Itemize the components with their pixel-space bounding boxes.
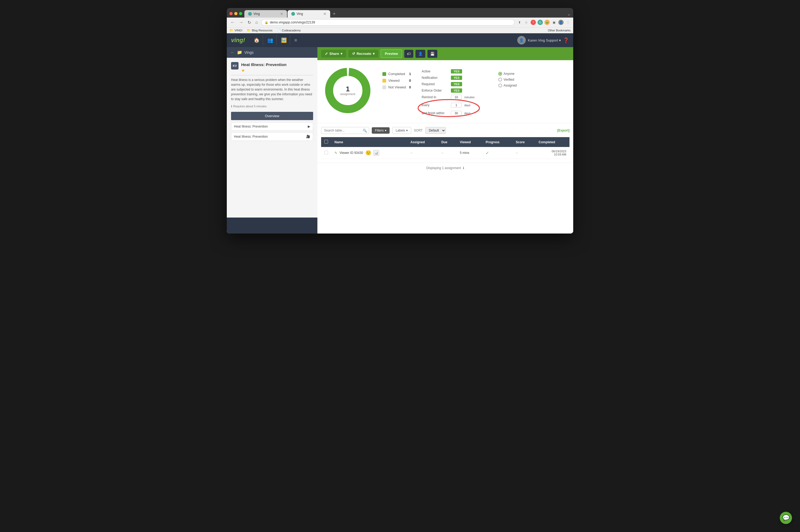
bookmark-codeacademy-icon: 📄 bbox=[277, 28, 281, 32]
donut-chart: 1 assignment bbox=[324, 66, 372, 114]
other-bookmarks[interactable]: Other Bookmarks bbox=[548, 29, 570, 32]
setting-enforce-order-label: Enforce Order bbox=[422, 89, 448, 92]
traffic-light-red bbox=[230, 12, 233, 15]
preview-button[interactable]: Preview bbox=[381, 49, 402, 58]
sidebar-item-1[interactable]: Heat Illness: Prevention ▶ bbox=[231, 122, 313, 131]
table-toolbar: 🔍 Filters ▾ Labels ▾ SORT bbox=[321, 127, 569, 134]
radio-assigned[interactable]: Assigned bbox=[498, 83, 567, 87]
bookmark-blog[interactable]: 📁 Blog Resources bbox=[247, 28, 273, 32]
row-emoji-icon: 🙂 bbox=[365, 150, 371, 156]
home-button[interactable]: ⌂ bbox=[254, 19, 259, 25]
new-tab-button[interactable]: + bbox=[331, 11, 338, 17]
browser-tab-2[interactable]: Ving ✕ bbox=[288, 10, 330, 18]
bookmark-codeacademy[interactable]: 📄 Codeacademy bbox=[277, 28, 301, 32]
traffic-light-green bbox=[239, 12, 242, 15]
radio-verified[interactable]: Verified bbox=[498, 78, 567, 81]
legend-viewed-label: Viewed bbox=[388, 79, 407, 82]
table-footer: Displaying 1 assignment ℹ bbox=[317, 163, 573, 173]
url-bar[interactable]: 🔒 demo.vingapp.com/vings/22139 bbox=[261, 19, 514, 25]
row-score-cell: -- bbox=[513, 147, 535, 159]
row-progress-check: ✓ bbox=[486, 151, 489, 155]
labels-label: Labels bbox=[396, 129, 405, 132]
chat-bubble[interactable]: 💬 bbox=[780, 512, 792, 524]
header-name: Name bbox=[331, 137, 407, 147]
remind-input[interactable] bbox=[451, 95, 461, 100]
sidebar-item-1-icon: ▶ bbox=[308, 125, 310, 128]
extension-1-icon[interactable]: T bbox=[531, 20, 536, 25]
bookmark-blog-label: Blog Resources bbox=[252, 29, 273, 32]
sidebar-header-label: Vings bbox=[244, 50, 254, 55]
window-controls[interactable]: ⌄ bbox=[567, 12, 570, 17]
finish-input[interactable] bbox=[451, 111, 461, 116]
legend-completed-value: 1 bbox=[409, 72, 411, 76]
setting-remind: Remind In minutes bbox=[422, 95, 490, 100]
row-assigned-cell: -- bbox=[407, 147, 438, 159]
row-score-text: -- bbox=[516, 151, 518, 155]
row-completed-cell: 06/19/202310:59 AM bbox=[535, 147, 569, 159]
sidebar-item-1-label: Heat Illness: Prevention bbox=[234, 125, 268, 128]
setting-required-badge: YES bbox=[451, 82, 462, 86]
menu-icon[interactable]: ⋮ bbox=[565, 20, 570, 25]
tab-close-1[interactable]: ✕ bbox=[280, 12, 283, 16]
save-button[interactable]: 💾 bbox=[428, 50, 437, 58]
search-input[interactable] bbox=[321, 127, 369, 134]
app-logo[interactable]: ving! bbox=[231, 37, 245, 44]
forward-button[interactable]: → bbox=[238, 19, 244, 25]
tag-button[interactable]: 🏷 bbox=[404, 50, 413, 58]
share-button[interactable]: ⤢ Share ▾ bbox=[321, 50, 346, 58]
row-edit-icon[interactable]: ✎ bbox=[334, 151, 338, 155]
filters-button[interactable]: Filters ▾ bbox=[372, 127, 389, 134]
user-profile-icon[interactable]: 👤 bbox=[558, 20, 564, 25]
select-all-checkbox[interactable] bbox=[324, 140, 328, 144]
sidebar-avatar: KV bbox=[231, 62, 238, 70]
every-input[interactable] bbox=[451, 103, 461, 108]
filters-label: Filters bbox=[375, 129, 384, 132]
help-button[interactable]: ❓ bbox=[563, 37, 569, 43]
header-progress: Progress bbox=[483, 137, 512, 147]
legend-viewed: Viewed 0 bbox=[382, 79, 411, 82]
person-button[interactable]: 👤 bbox=[416, 50, 425, 58]
nav-users-button[interactable]: 👥 bbox=[264, 35, 277, 45]
nav-settings-button[interactable]: ≡ bbox=[291, 35, 301, 45]
radio-anyone[interactable]: Anyone bbox=[498, 72, 567, 76]
search-icon: 🔍 bbox=[363, 129, 367, 133]
overview-button[interactable]: Overview bbox=[231, 112, 313, 120]
row-due-text: -- bbox=[441, 151, 443, 155]
sort-select[interactable]: Default bbox=[425, 127, 446, 134]
radio-verified-label: Verified bbox=[504, 78, 514, 81]
reload-button[interactable]: ↻ bbox=[247, 19, 252, 25]
extension-3-icon[interactable]: 🧩 bbox=[544, 20, 550, 25]
recreate-icon: ↺ bbox=[352, 52, 355, 56]
donut-center-label: assignment bbox=[340, 92, 355, 96]
bookmark-ving[interactable]: 📁 VING! bbox=[230, 28, 242, 32]
reader-icon[interactable]: ▣ bbox=[551, 20, 557, 25]
legend-viewed-value: 0 bbox=[409, 79, 411, 82]
back-button[interactable]: ← bbox=[230, 19, 236, 25]
sidebar-back-button[interactable]: ← bbox=[231, 50, 235, 55]
sidebar-time-required: ℹ Requires about 5 minutes bbox=[231, 104, 313, 108]
header-score: Score bbox=[513, 137, 535, 147]
legend-notviewed-color bbox=[382, 86, 386, 89]
recreate-button[interactable]: ↺ Recreate ▾ bbox=[348, 50, 378, 58]
setting-finish-label: and finish within bbox=[422, 111, 448, 115]
row-due-cell: -- bbox=[438, 147, 456, 159]
sidebar-item-2[interactable]: Heat Illness: Prevention 🎥 bbox=[231, 132, 313, 141]
nav-home-button[interactable]: 🏠 bbox=[251, 35, 263, 45]
export-button[interactable]: [Export] bbox=[557, 129, 569, 132]
other-bookmarks-label: Other Bookmarks bbox=[548, 29, 570, 32]
lock-icon: 🔒 bbox=[265, 21, 268, 24]
bookmark-icon[interactable]: ☆ bbox=[524, 20, 529, 25]
user-menu[interactable]: Karen Ving Support ▾ bbox=[528, 38, 561, 42]
table-row: ✎ Viewer ID 93430 🙂 📊 -- bbox=[321, 147, 569, 159]
nav-media-button[interactable]: 🖼️ bbox=[278, 35, 290, 45]
row-checkbox[interactable] bbox=[324, 151, 328, 154]
extension-2-icon[interactable]: G bbox=[538, 20, 543, 25]
sidebar-star-icon: ★ bbox=[241, 68, 287, 73]
browser-tab-1[interactable]: Ving ✕ bbox=[244, 10, 287, 18]
row-chart-icon[interactable]: 📊 bbox=[374, 150, 379, 156]
setting-active: Active YES bbox=[422, 69, 490, 74]
labels-button[interactable]: Labels ▾ bbox=[392, 127, 411, 134]
share-icon[interactable]: ⬆ bbox=[517, 20, 522, 25]
recreate-label: Recreate bbox=[357, 52, 371, 56]
tab-close-2[interactable]: ✕ bbox=[323, 12, 326, 16]
